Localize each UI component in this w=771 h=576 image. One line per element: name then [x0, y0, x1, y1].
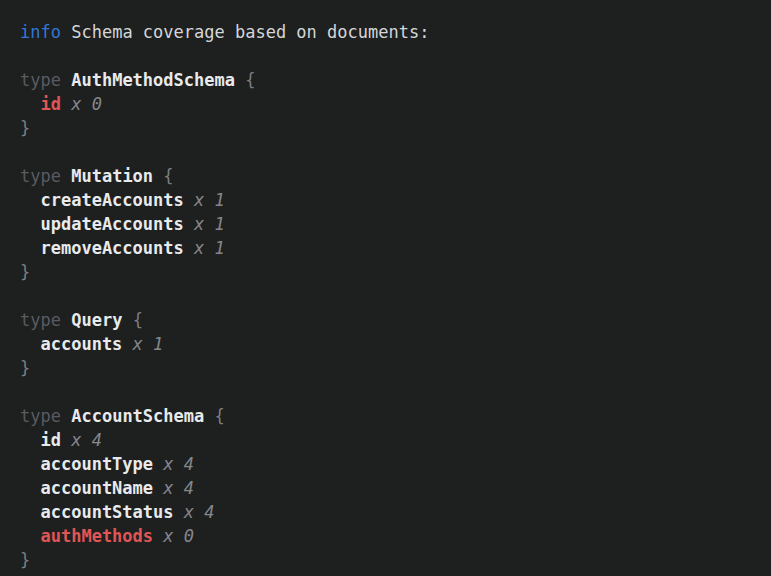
- open-brace: {: [133, 310, 143, 330]
- field-coverage-row: createAccounts x 1: [20, 188, 759, 212]
- type-declaration-line: type AuthMethodSchema {: [20, 68, 759, 92]
- blank-line: [20, 380, 759, 404]
- field-coverage-row: removeAccounts x 1: [20, 236, 759, 260]
- field-usage-count: x 1: [194, 190, 225, 210]
- open-brace: {: [163, 166, 173, 186]
- close-brace-line: }: [20, 356, 759, 380]
- field-coverage-row: accountType x 4: [20, 452, 759, 476]
- field-name: removeAccounts: [40, 238, 183, 258]
- blank-line: [20, 44, 759, 68]
- type-keyword: type: [20, 70, 61, 90]
- field-coverage-row: accountStatus x 4: [20, 500, 759, 524]
- field-name: accountType: [40, 454, 153, 474]
- type-name: Query: [71, 310, 122, 330]
- log-message: Schema coverage based on documents:: [71, 22, 429, 42]
- field-coverage-row: id x 4: [20, 428, 759, 452]
- close-brace-line: }: [20, 260, 759, 284]
- terminal-output: info Schema coverage based on documents:…: [0, 0, 771, 576]
- field-coverage-row: authMethods x 0: [20, 524, 759, 548]
- type-name: AuthMethodSchema: [71, 70, 235, 90]
- field-usage-count: x 0: [71, 94, 102, 114]
- field-name: authMethods: [40, 526, 153, 546]
- type-declaration-line: type Mutation {: [20, 164, 759, 188]
- type-declaration-line: type Query {: [20, 308, 759, 332]
- field-coverage-row: accountName x 4: [20, 476, 759, 500]
- field-coverage-row: updateAccounts x 1: [20, 212, 759, 236]
- type-declaration-line: type AccountSchema {: [20, 404, 759, 428]
- type-name: Mutation: [71, 166, 153, 186]
- field-usage-count: x 4: [163, 478, 194, 498]
- field-name: createAccounts: [40, 190, 183, 210]
- field-name: updateAccounts: [40, 214, 183, 234]
- field-name: id: [40, 94, 60, 114]
- field-name: accountStatus: [40, 502, 173, 522]
- field-usage-count: x 1: [194, 214, 225, 234]
- type-name: AccountSchema: [71, 406, 204, 426]
- field-usage-count: x 1: [133, 334, 164, 354]
- close-brace: }: [20, 550, 30, 570]
- log-level-info-label: info: [20, 22, 61, 42]
- field-usage-count: x 4: [163, 454, 194, 474]
- field-usage-count: x 4: [184, 502, 215, 522]
- field-usage-count: x 4: [71, 430, 102, 450]
- blank-line: [20, 284, 759, 308]
- field-name: accounts: [40, 334, 122, 354]
- field-name: accountName: [40, 478, 153, 498]
- close-brace: }: [20, 118, 30, 138]
- blank-line: [20, 140, 759, 164]
- close-brace-line: }: [20, 116, 759, 140]
- close-brace: }: [20, 358, 30, 378]
- type-keyword: type: [20, 166, 61, 186]
- open-brace: {: [245, 70, 255, 90]
- field-coverage-row: accounts x 1: [20, 332, 759, 356]
- close-brace-line: }: [20, 548, 759, 572]
- type-keyword: type: [20, 406, 61, 426]
- field-coverage-row: id x 0: [20, 92, 759, 116]
- field-name: id: [40, 430, 60, 450]
- close-brace: }: [20, 262, 30, 282]
- type-keyword: type: [20, 310, 61, 330]
- field-usage-count: x 0: [163, 526, 194, 546]
- log-header-line: info Schema coverage based on documents:: [20, 20, 759, 44]
- field-usage-count: x 1: [194, 238, 225, 258]
- open-brace: {: [215, 406, 225, 426]
